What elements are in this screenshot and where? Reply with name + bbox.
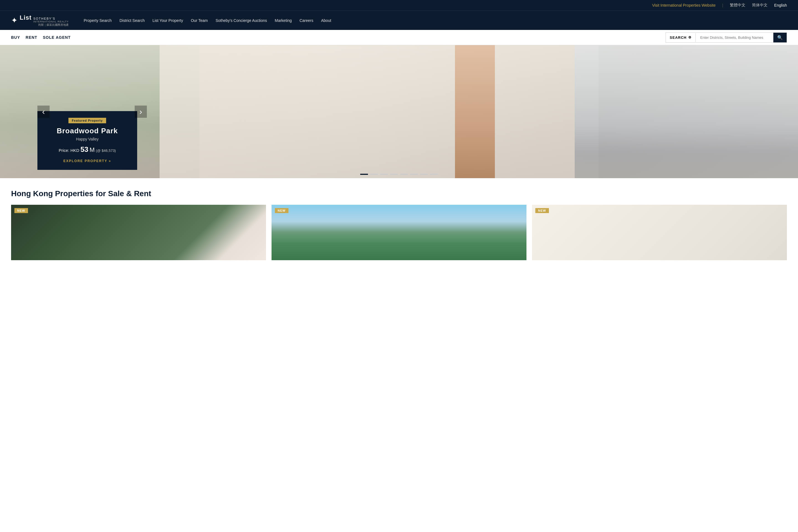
hero-arrow-right[interactable]: › (135, 106, 147, 118)
nav-link-concierge[interactable]: Sotheby's Concierge Auctions (212, 18, 271, 23)
lang-simplified-chinese[interactable]: 简体中文 (752, 3, 767, 8)
nav-item-list-property[interactable]: List Your Property (149, 18, 187, 23)
nav-link-about[interactable]: About (317, 18, 335, 23)
new-badge-3: NEW (535, 208, 549, 213)
sub-nav-links: BUY RENT SOLE AGENT (11, 35, 76, 40)
nav-link-district-search[interactable]: District Search (116, 18, 149, 23)
logo-intl: INTERNATIONAL REALTY (33, 20, 69, 23)
subnav-rent[interactable]: RENT (26, 35, 43, 40)
nav-item-our-team[interactable]: Our Team (187, 18, 212, 23)
nav-link-careers[interactable]: Careers (296, 18, 317, 23)
hero-dot-1[interactable] (360, 174, 368, 175)
property-grid: NEW NEW NEW (11, 205, 787, 260)
separator-1: | (722, 3, 723, 7)
lang-english[interactable]: English (774, 3, 787, 7)
property-image-1 (11, 205, 266, 260)
hero-dot-7[interactable] (420, 174, 428, 175)
search-input[interactable] (696, 33, 773, 42)
subnav-sole-agent-link[interactable]: SOLE AGENT (43, 35, 76, 40)
logo[interactable]: ✦ List Sotheby's INTERNATIONAL REALTY 利斯… (11, 14, 69, 27)
nav-item-about[interactable]: About (317, 18, 335, 23)
nav-link-property-search[interactable]: Property Search (80, 18, 116, 23)
featured-badge: Featured Property (69, 118, 106, 123)
hero-dot-4[interactable] (390, 174, 398, 175)
hero-dot-3[interactable] (380, 174, 388, 175)
hero-section: Featured Property Broadwood Park Happy V… (0, 45, 798, 178)
hero-arrow-left[interactable]: ‹ (37, 106, 50, 118)
explore-property-link[interactable]: EXPLORE PROPERTY » (63, 159, 111, 163)
subnav-buy[interactable]: BUY (11, 35, 26, 40)
logo-icon: ✦ (11, 16, 17, 25)
hero-dot-8[interactable] (430, 174, 438, 175)
featured-property-name: Broadwood Park (45, 127, 129, 135)
subnav-buy-link[interactable]: BUY (11, 35, 26, 40)
search-label: SEARCH (670, 36, 687, 40)
nav-item-concierge[interactable]: Sotheby's Concierge Auctions (212, 18, 271, 23)
property-card-1[interactable]: NEW (11, 205, 266, 260)
top-bar: Visit International Properties Website |… (0, 0, 798, 11)
search-filter-button[interactable]: SEARCH ⚙ (666, 33, 696, 42)
lang-traditional-chinese[interactable]: 繁體中文 (730, 3, 745, 8)
hero-dots (360, 174, 438, 175)
properties-section: Hong Kong Properties for Sale & Rent NEW… (0, 178, 798, 266)
nav-item-careers[interactable]: Careers (296, 18, 317, 23)
logo-chinese: 利斯｜蘇富比國際房地產 (38, 23, 69, 27)
featured-card: Featured Property Broadwood Park Happy V… (37, 111, 137, 170)
property-image-2 (271, 205, 527, 260)
nav-link-marketing[interactable]: Marketing (271, 18, 296, 23)
international-link[interactable]: Visit International Properties Website (652, 3, 716, 7)
property-card-3[interactable]: NEW (532, 205, 787, 260)
featured-location: Happy Valley (45, 137, 129, 141)
logo-list: List (20, 14, 32, 21)
price-note: (@ $46,573) (96, 149, 116, 153)
search-icon: 🔍 (777, 35, 783, 40)
property-image-3 (532, 205, 787, 260)
nav-link-list-property[interactable]: List Your Property (149, 18, 187, 23)
hero-dot-5[interactable] (400, 174, 408, 175)
hero-dot-6[interactable] (410, 174, 418, 175)
logo-sothebys: Sotheby's (33, 17, 69, 20)
search-area: SEARCH ⚙ 🔍 (666, 33, 787, 43)
price-unit: M (90, 146, 94, 153)
featured-price: Price: HKD 53 M (@ $46,573) (45, 145, 129, 154)
logo-text: List Sotheby's INTERNATIONAL REALTY 利斯｜蘇… (20, 14, 69, 27)
sub-nav: BUY RENT SOLE AGENT SEARCH ⚙ 🔍 (0, 30, 798, 45)
nav-item-marketing[interactable]: Marketing (271, 18, 296, 23)
price-label: Price: HKD (59, 148, 79, 153)
new-badge-2: NEW (275, 208, 288, 213)
nav-link-our-team[interactable]: Our Team (187, 18, 212, 23)
nav-item-district-search[interactable]: District Search (116, 18, 149, 23)
nav-links: Property Search District Search List You… (80, 18, 335, 23)
filter-icon: ⚙ (688, 36, 691, 39)
subnav-rent-link[interactable]: RENT (26, 35, 43, 40)
property-card-2[interactable]: NEW (271, 205, 527, 260)
subnav-sole-agent[interactable]: SOLE AGENT (43, 35, 76, 40)
hero-dot-2[interactable] (370, 174, 378, 175)
new-badge-1: NEW (14, 208, 28, 213)
section-title: Hong Kong Properties for Sale & Rent (11, 189, 787, 198)
search-submit-button[interactable]: 🔍 (773, 33, 787, 42)
main-nav: ✦ List Sotheby's INTERNATIONAL REALTY 利斯… (0, 11, 798, 30)
nav-item-property-search[interactable]: Property Search (80, 18, 116, 23)
price-value: 53 (80, 145, 89, 153)
